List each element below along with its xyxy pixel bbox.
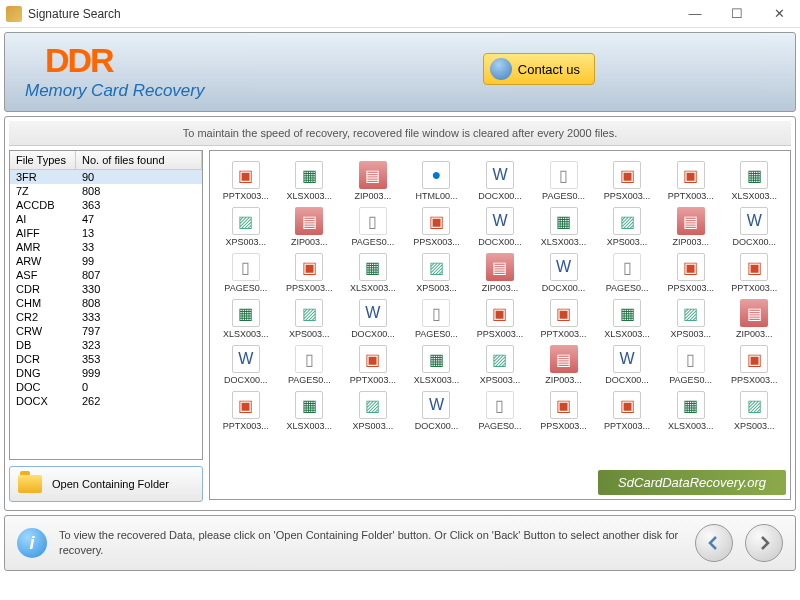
cell-type: DOCX — [10, 394, 76, 408]
file-item[interactable]: ▯PAGES0... — [468, 389, 532, 433]
table-row[interactable]: ASF807 — [10, 268, 202, 282]
file-item[interactable]: ▤ZIP003... — [659, 205, 723, 249]
table-row[interactable]: AIFF13 — [10, 226, 202, 240]
file-item[interactable]: ▨XPS003... — [722, 389, 786, 433]
file-item[interactable]: ▦XLSX003... — [722, 159, 786, 203]
file-item[interactable]: ▦XLSX003... — [278, 389, 342, 433]
maximize-button[interactable]: ☐ — [716, 0, 758, 28]
footer-text: To view the recovered Data, please click… — [59, 528, 683, 559]
file-item[interactable]: ▨XPS003... — [214, 205, 278, 249]
file-item[interactable]: ▣PPTX003... — [214, 389, 278, 433]
file-item[interactable]: ▦XLSX003... — [278, 159, 342, 203]
file-item[interactable]: ▦XLSX003... — [659, 389, 723, 433]
table-row[interactable]: AI47 — [10, 212, 202, 226]
files-panel[interactable]: ▣PPTX003...▦XLSX003...▤ZIP003...●HTML00.… — [209, 150, 791, 500]
file-item[interactable]: ▣PPSX003... — [722, 343, 786, 387]
file-label: XPS003... — [480, 375, 521, 385]
file-item[interactable]: ▦XLSX003... — [532, 205, 596, 249]
file-label: PAGES0... — [479, 421, 522, 431]
table-row[interactable]: DNG999 — [10, 366, 202, 380]
file-item[interactable]: WDOCX00... — [468, 159, 532, 203]
titlebar: Signature Search — ☐ ✕ — [0, 0, 800, 28]
file-item[interactable]: ▣PPSX003... — [278, 251, 342, 295]
table-row[interactable]: ARW99 — [10, 254, 202, 268]
file-item[interactable]: ▣PPSX003... — [405, 205, 469, 249]
file-item[interactable]: WDOCX00... — [595, 343, 659, 387]
cell-type: AI — [10, 212, 76, 226]
file-item[interactable]: ▦XLSX003... — [595, 297, 659, 341]
table-row[interactable]: CDR330 — [10, 282, 202, 296]
file-item[interactable]: ▤ZIP003... — [341, 159, 405, 203]
file-types-table[interactable]: File Types No. of files found 3FR907Z808… — [9, 150, 203, 460]
file-item[interactable]: ▣PPTX003... — [214, 159, 278, 203]
file-item[interactable]: ▨XPS003... — [278, 297, 342, 341]
table-row[interactable]: CHM808 — [10, 296, 202, 310]
forward-button[interactable] — [745, 524, 783, 562]
contact-us-button[interactable]: Contact us — [483, 53, 595, 85]
file-item[interactable]: ▣PPTX003... — [595, 389, 659, 433]
open-containing-folder-button[interactable]: Open Containing Folder — [9, 466, 203, 502]
close-button[interactable]: ✕ — [758, 0, 800, 28]
table-row[interactable]: DCR353 — [10, 352, 202, 366]
back-button[interactable] — [695, 524, 733, 562]
file-item[interactable]: ▦XLSX003... — [214, 297, 278, 341]
file-label: XLSX003... — [604, 329, 650, 339]
file-item[interactable]: ▨XPS003... — [341, 389, 405, 433]
file-item[interactable]: ▣PPSX003... — [468, 297, 532, 341]
file-item[interactable]: ▦XLSX003... — [341, 251, 405, 295]
table-row[interactable]: AMR33 — [10, 240, 202, 254]
file-item[interactable]: ▣PPTX003... — [722, 251, 786, 295]
table-row[interactable]: DOC0 — [10, 380, 202, 394]
file-item[interactable]: ▨XPS003... — [595, 205, 659, 249]
file-item[interactable]: ▨XPS003... — [405, 251, 469, 295]
pages-file-icon: ▯ — [550, 161, 578, 189]
file-item[interactable]: ▯PAGES0... — [659, 343, 723, 387]
file-item[interactable]: WDOCX00... — [341, 297, 405, 341]
table-row[interactable]: 3FR90 — [10, 170, 202, 184]
table-row[interactable]: DB323 — [10, 338, 202, 352]
file-item[interactable]: ▣PPSX003... — [659, 251, 723, 295]
table-row[interactable]: DOCX262 — [10, 394, 202, 408]
file-label: PPSX003... — [540, 421, 587, 431]
table-row[interactable]: CRW797 — [10, 324, 202, 338]
cell-type: AIFF — [10, 226, 76, 240]
pptx-file-icon: ▣ — [677, 161, 705, 189]
file-item[interactable]: WDOCX00... — [468, 205, 532, 249]
file-item[interactable]: ▣PPTX003... — [532, 297, 596, 341]
file-item[interactable]: ▯PAGES0... — [532, 159, 596, 203]
table-row[interactable]: 7Z808 — [10, 184, 202, 198]
file-item[interactable]: ▤ZIP003... — [278, 205, 342, 249]
file-item[interactable]: ▯PAGES0... — [595, 251, 659, 295]
col-files-found[interactable]: No. of files found — [76, 151, 202, 169]
file-item[interactable]: ▤ZIP003... — [722, 297, 786, 341]
file-label: PAGES0... — [224, 283, 267, 293]
file-item[interactable]: WDOCX00... — [722, 205, 786, 249]
app-icon — [6, 6, 22, 22]
cell-type: AMR — [10, 240, 76, 254]
cell-count: 808 — [76, 296, 202, 310]
file-item[interactable]: ▨XPS003... — [659, 297, 723, 341]
col-file-types[interactable]: File Types — [10, 151, 76, 169]
xps-file-icon: ▨ — [295, 299, 323, 327]
file-item[interactable]: ●HTML00... — [405, 159, 469, 203]
file-item[interactable]: ▯PAGES0... — [278, 343, 342, 387]
file-item[interactable]: ▯PAGES0... — [214, 251, 278, 295]
file-item[interactable]: ▯PAGES0... — [341, 205, 405, 249]
file-item[interactable]: ▤ZIP003... — [468, 251, 532, 295]
file-item[interactable]: WDOCX00... — [405, 389, 469, 433]
file-item[interactable]: WDOCX00... — [214, 343, 278, 387]
file-item[interactable]: ▦XLSX003... — [405, 343, 469, 387]
file-item[interactable]: ▤ZIP003... — [532, 343, 596, 387]
file-item[interactable]: ▣PPSX003... — [595, 159, 659, 203]
file-item[interactable]: ▣PPSX003... — [532, 389, 596, 433]
file-item[interactable]: ▣PPTX003... — [659, 159, 723, 203]
file-label: XPS003... — [670, 329, 711, 339]
table-row[interactable]: ACCDB363 — [10, 198, 202, 212]
file-item[interactable]: ▨XPS003... — [468, 343, 532, 387]
file-item[interactable]: WDOCX00... — [532, 251, 596, 295]
table-row[interactable]: CR2333 — [10, 310, 202, 324]
file-item[interactable]: ▣PPTX003... — [341, 343, 405, 387]
file-item[interactable]: ▯PAGES0... — [405, 297, 469, 341]
minimize-button[interactable]: — — [674, 0, 716, 28]
pptx-file-icon: ▣ — [359, 345, 387, 373]
